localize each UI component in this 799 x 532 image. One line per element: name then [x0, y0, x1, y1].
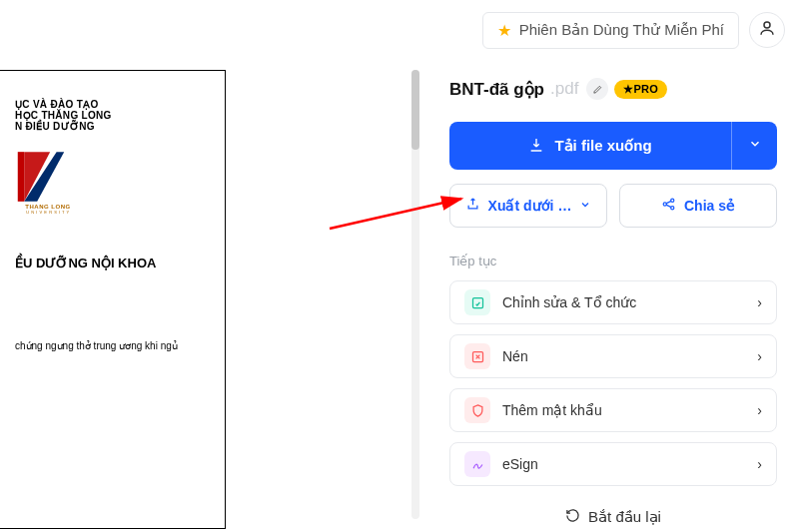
star-icon: ★ [497, 21, 511, 40]
chevron-right-icon: › [757, 348, 762, 364]
compress-icon [464, 343, 490, 369]
download-options-button[interactable] [731, 122, 777, 170]
esign-icon [464, 451, 490, 477]
action-edit-organize[interactable]: Chỉnh sửa & Tổ chức › [449, 280, 777, 324]
university-logo: THANG LONG U N I V E R S I T Y [15, 150, 81, 220]
doc-line: HỌC THĂNG LONG [15, 110, 207, 121]
download-icon [528, 137, 544, 156]
scrollbar-track[interactable] [411, 70, 419, 519]
side-panel: BNT-đã gộp .pdf ★PRO Tải file xuống [419, 60, 799, 532]
annotation-arrow [330, 193, 469, 237]
top-bar: ★ Phiên Bản Dùng Thử Miễn Phí [0, 0, 799, 60]
file-extension: .pdf [550, 79, 578, 99]
doc-paragraph: chứng ngưng thở trung ương khi ngủ [15, 340, 207, 351]
download-button[interactable]: Tải file xuống [449, 122, 731, 170]
share-icon [661, 197, 676, 215]
action-list: Chỉnh sửa & Tổ chức › Nén › Thêm mật khẩ… [449, 280, 777, 486]
trial-badge[interactable]: ★ Phiên Bản Dùng Thử Miễn Phí [482, 12, 739, 49]
edit-icon [464, 289, 490, 315]
share-button[interactable]: Chia sẻ [619, 184, 777, 228]
restart-label: Bắt đầu lại [588, 508, 661, 526]
download-label: Tải file xuống [554, 137, 651, 155]
rename-button[interactable] [586, 78, 608, 100]
action-password[interactable]: Thêm mật khẩu › [449, 388, 777, 432]
doc-heading: ỀU DƯỠNG NỘI KHOA [15, 256, 207, 270]
svg-rect-5 [472, 297, 482, 307]
secondary-buttons: Xuất dưới … Chia sẻ [449, 184, 777, 228]
shield-icon [464, 397, 490, 423]
logo-subtext: U N I V E R S I T Y [26, 210, 69, 215]
file-title-row: BNT-đã gộp .pdf ★PRO [449, 78, 777, 100]
trial-label: Phiên Bản Dùng Thử Miễn Phí [519, 21, 724, 39]
share-label: Chia sẻ [684, 198, 735, 214]
pro-badge: ★PRO [614, 80, 667, 99]
export-button[interactable]: Xuất dưới … [449, 184, 607, 228]
document-preview: ỤC VÀ ĐÀO TẠO HỌC THĂNG LONG N ĐIỀU DƯỠN… [0, 70, 226, 529]
doc-body: ỀU DƯỠNG NỘI KHOA chứng ngưng thở trung … [15, 256, 207, 351]
chevron-right-icon: › [757, 294, 762, 310]
restart-button[interactable]: Bắt đầu lại [449, 508, 777, 526]
file-name: BNT-đã gộp [449, 79, 544, 100]
svg-point-0 [764, 22, 770, 28]
action-label: Chỉnh sửa & Tổ chức [502, 294, 636, 310]
account-button[interactable] [749, 12, 785, 48]
chevron-right-icon: › [757, 402, 762, 418]
action-label: eSign [502, 456, 538, 472]
preview-pane: ỤC VÀ ĐÀO TẠO HỌC THĂNG LONG N ĐIỀU DƯỠN… [0, 60, 419, 532]
restart-icon [565, 508, 580, 526]
action-label: Nén [502, 348, 528, 364]
continue-label: Tiếp tục [449, 254, 777, 268]
download-row: Tải file xuống [449, 122, 777, 170]
svg-line-1 [330, 199, 461, 229]
scrollbar-thumb[interactable] [411, 70, 419, 150]
doc-line: N ĐIỀU DƯỠNG [15, 121, 207, 132]
user-icon [758, 19, 776, 41]
doc-line: ỤC VÀ ĐÀO TẠO [15, 99, 207, 110]
action-compress[interactable]: Nén › [449, 334, 777, 378]
export-label: Xuất dưới … [488, 198, 572, 214]
main-area: ỤC VÀ ĐÀO TẠO HỌC THĂNG LONG N ĐIỀU DƯỠN… [0, 60, 799, 532]
chevron-down-icon [579, 198, 591, 214]
chevron-right-icon: › [757, 456, 762, 472]
action-label: Thêm mật khẩu [502, 402, 602, 418]
action-esign[interactable]: eSign › [449, 442, 777, 486]
chevron-down-icon [748, 137, 762, 155]
